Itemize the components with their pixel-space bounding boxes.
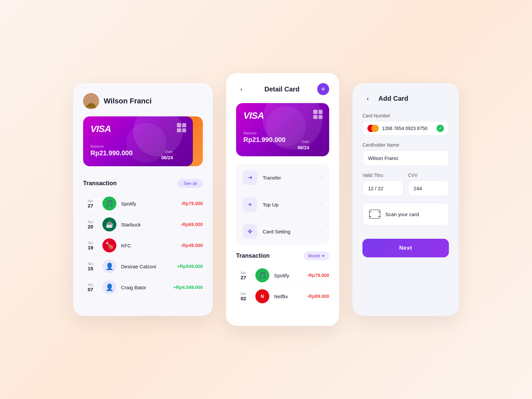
add-card-button[interactable]: + — [317, 83, 329, 95]
transaction-item[interactable]: Apr 15 👤 Desirae Calzoni +Rp549.000 — [83, 256, 203, 277]
scan-label: Scan your card — [385, 211, 419, 217]
netflix-icon: N — [255, 289, 269, 303]
card-number-label: Card Number — [362, 113, 449, 118]
detail-card-title: Detail Card — [264, 85, 300, 93]
starbucks-icon: ☕ — [102, 217, 116, 231]
tx-date: Apr 27 — [236, 271, 251, 280]
back-button[interactable]: ‹ — [362, 93, 373, 104]
user-header: Wilson Franci — [83, 93, 203, 109]
tx-day: 20 — [83, 224, 98, 229]
card-date-label: Date — [302, 140, 309, 144]
cvv-group: CVV — [408, 173, 449, 196]
month-filter[interactable]: Month ▾ — [304, 251, 329, 260]
tx-name: KFC — [121, 243, 181, 248]
transaction-list: Apr 27 🎵 Spotify -Rp79.000 Apr 20 ☕ Star… — [83, 193, 203, 298]
cardholder-label: Cardholder Name — [362, 142, 449, 148]
cardholder-input[interactable] — [362, 150, 449, 166]
tx-month: Apr — [236, 271, 251, 275]
cvv-input[interactable] — [408, 181, 449, 196]
card-setting-label: Card Setting — [263, 229, 321, 234]
see-all-button[interactable]: See all — [178, 179, 203, 188]
person-icon: 👤 — [102, 280, 116, 294]
transfer-icon — [243, 170, 257, 185]
tx-date: Apr 20 — [83, 220, 98, 229]
tx-date: Apr 07 — [83, 283, 98, 292]
transaction-item[interactable]: Apr 19 🍗 KFC -Rp49.000 — [83, 235, 203, 256]
card-setting-action[interactable]: Card Setting › — [236, 218, 329, 245]
chevron-down-icon: ▾ — [322, 253, 325, 258]
tx-month: Apr — [236, 292, 251, 296]
tx-name: Starbuck — [121, 222, 181, 227]
tx-month: Apr — [83, 199, 98, 203]
valid-thru-label: Valid Thru — [362, 173, 403, 178]
tx-date: Apr 15 — [83, 262, 98, 271]
back-button[interactable]: ‹ — [236, 84, 247, 94]
cardholder-group: Cardholder Name — [362, 142, 449, 166]
card-circle-2 — [126, 123, 166, 163]
visa-card[interactable]: VISA Balance Rp21.990.000 Date 06/24 — [83, 116, 193, 166]
card-number-value: 1268 7654 0923 8750 — [382, 126, 433, 131]
tx-section-title: Transaction — [236, 252, 270, 259]
transaction-item[interactable]: Apr 02 N Netflix -Rp89.000 — [236, 286, 329, 307]
tx-amount: +Rp4.549.000 — [173, 285, 203, 290]
card-date-label: Date — [165, 150, 173, 154]
tx-month: Apr — [83, 241, 98, 245]
tx-month: Apr — [83, 220, 98, 224]
add-card-header: ‹ Add Card — [362, 93, 449, 104]
detail-transaction-list: Apr 27 🎵 Spotify -Rp79.000 Apr 02 N Netf… — [236, 265, 329, 307]
user-name: Wilson Franci — [104, 97, 152, 105]
tx-day: 27 — [236, 275, 251, 280]
topup-label: Top Up — [263, 202, 321, 207]
transfer-label: Transfer — [263, 175, 321, 181]
card-circle-2 — [266, 106, 306, 146]
mastercard-icon — [367, 125, 379, 132]
panel-detail-card: ‹ Detail Card + VISA Balance Rp21.990.00… — [226, 73, 339, 326]
tx-day: 19 — [83, 245, 98, 250]
tx-date: Apr 02 — [236, 292, 251, 301]
tx-day: 15 — [83, 266, 98, 271]
scan-icon — [369, 209, 381, 219]
transactions-header: Transaction See all — [83, 179, 203, 188]
tx-amount: -Rp69.000 — [181, 222, 203, 227]
panel-transactions: Wilson Franci VISA Balance Rp21.990.000 … — [73, 83, 213, 316]
scan-card-button[interactable]: Scan your card — [362, 203, 449, 225]
tx-amount: -Rp79.000 — [307, 273, 329, 278]
tx-amount: -Rp89.000 — [307, 294, 329, 299]
card-number-group: Card Number 1268 7654 0923 8750 ✓ — [362, 113, 449, 136]
check-icon: ✓ — [437, 125, 444, 132]
spotify-icon: 🎵 — [102, 197, 116, 210]
topup-action[interactable]: Top Up › — [236, 191, 329, 218]
transaction-item[interactable]: Apr 20 ☕ Starbuck -Rp69.000 — [83, 214, 203, 235]
card-wrapper: VISA Balance Rp21.990.000 Date 06/24 — [83, 116, 203, 170]
topup-chevron-icon: › — [321, 201, 323, 207]
card-setting-chevron-icon: › — [321, 228, 323, 234]
kfc-icon: 🍗 — [102, 238, 116, 252]
transfer-chevron-icon: › — [321, 175, 323, 181]
tx-day: 02 — [236, 296, 251, 301]
transaction-item[interactable]: Apr 27 🎵 Spotify -Rp79.000 — [236, 265, 329, 286]
next-button[interactable]: Next — [362, 239, 449, 257]
spotify-icon: 🎵 — [255, 268, 269, 282]
card-date-value: 06/24 — [161, 155, 173, 160]
tx-name: Desirae Calzoni — [121, 264, 177, 269]
transaction-item[interactable]: Apr 27 🎵 Spotify -Rp79.000 — [83, 193, 203, 214]
tx-name: Spotify — [274, 273, 307, 278]
tx-day: 07 — [83, 287, 98, 292]
transfer-action[interactable]: Transfer › — [236, 164, 329, 191]
card-date-value: 06/24 — [298, 145, 309, 150]
person-icon: 👤 — [102, 259, 116, 273]
tx-amount: -Rp79.000 — [181, 201, 203, 206]
card-grid-icon — [177, 123, 186, 132]
action-list: Transfer › Top Up › Card Setting — [236, 164, 329, 245]
panel-add-card: ‹ Add Card Card Number 1268 7654 0923 87… — [352, 83, 459, 316]
detail-card-header: ‹ Detail Card + — [236, 83, 329, 95]
add-card-title: Add Card — [378, 95, 408, 102]
tx-name: Netflix — [274, 294, 307, 299]
card-number-field[interactable]: 1268 7654 0923 8750 ✓ — [362, 121, 449, 136]
transaction-item[interactable]: Apr 07 👤 Craig Bator +Rp4.549.000 — [83, 277, 203, 298]
detail-visa-card[interactable]: VISA Balance Rp21.990.000 Date 06/24 — [236, 103, 329, 156]
transactions-title: Transaction — [83, 180, 117, 187]
tx-amount: +Rp549.000 — [177, 264, 203, 269]
valid-thru-input[interactable] — [362, 181, 403, 196]
month-label: Month — [308, 253, 320, 258]
